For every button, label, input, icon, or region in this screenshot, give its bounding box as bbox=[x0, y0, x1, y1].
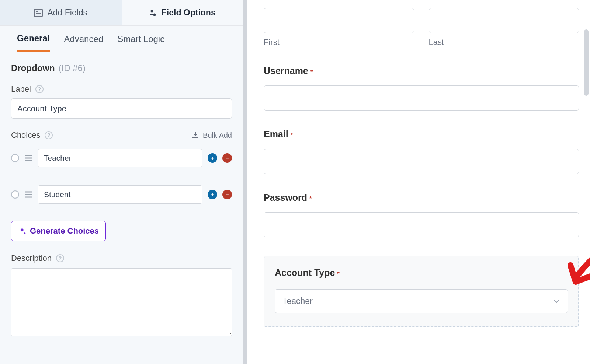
top-tabs: Add Fields Field Options bbox=[0, 0, 243, 26]
sliders-icon bbox=[149, 9, 157, 17]
email-label: Email bbox=[264, 129, 288, 139]
drag-handle-icon[interactable] bbox=[24, 154, 32, 162]
account-type-field-selected[interactable]: Account Type* Teacher bbox=[264, 256, 579, 327]
add-choice-button[interactable]: ＋ bbox=[208, 190, 217, 199]
password-field: Password* bbox=[264, 192, 590, 237]
select-value: Teacher bbox=[282, 296, 313, 306]
default-radio[interactable] bbox=[11, 190, 19, 199]
first-name-input[interactable] bbox=[264, 8, 414, 33]
last-sublabel: Last bbox=[429, 38, 579, 47]
required-asterisk: * bbox=[310, 69, 313, 75]
label-heading: Label bbox=[11, 84, 31, 94]
builder-sidebar: Add Fields Field Options General Advance… bbox=[0, 0, 247, 364]
svg-point-7 bbox=[153, 14, 155, 15]
bulk-add-button[interactable]: Bulk Add bbox=[192, 131, 232, 140]
options-panel: Dropdown (ID #6) Label ? Choices ? Bulk … bbox=[0, 52, 243, 364]
choice-input[interactable] bbox=[38, 185, 202, 204]
subtab-advanced[interactable]: Advanced bbox=[64, 34, 103, 51]
password-label: Password bbox=[264, 192, 307, 203]
username-label: Username bbox=[264, 66, 308, 76]
help-icon[interactable]: ? bbox=[56, 254, 64, 262]
required-asterisk: * bbox=[337, 271, 339, 277]
subtab-smart-logic[interactable]: Smart Logic bbox=[117, 34, 164, 51]
tab-label: Field Options bbox=[162, 8, 216, 18]
form-icon bbox=[34, 9, 43, 17]
help-icon[interactable]: ? bbox=[35, 85, 44, 93]
password-input[interactable] bbox=[264, 212, 579, 237]
subtab-general[interactable]: General bbox=[17, 33, 50, 52]
tab-label: Add Fields bbox=[47, 8, 87, 18]
email-field: Email* bbox=[264, 129, 590, 174]
help-icon[interactable]: ? bbox=[45, 131, 53, 139]
scrollbar[interactable] bbox=[583, 0, 589, 364]
username-field: Username* bbox=[264, 66, 590, 111]
download-icon bbox=[192, 132, 199, 139]
chevron-down-icon bbox=[553, 298, 560, 305]
svg-point-5 bbox=[151, 10, 153, 12]
drag-handle-icon[interactable] bbox=[24, 191, 32, 198]
scrollbar-thumb[interactable] bbox=[584, 29, 589, 96]
choice-input[interactable] bbox=[38, 149, 202, 167]
label-input[interactable] bbox=[11, 98, 232, 119]
tab-add-fields[interactable]: Add Fields bbox=[0, 0, 122, 26]
last-name-input[interactable] bbox=[429, 8, 579, 33]
choice-row: ＋ － bbox=[11, 176, 232, 213]
required-asterisk: * bbox=[309, 196, 312, 202]
first-sublabel: First bbox=[264, 38, 414, 47]
sub-tabs: General Advanced Smart Logic bbox=[0, 26, 243, 52]
field-type: Dropdown bbox=[11, 63, 55, 73]
choices-heading: Choices bbox=[11, 130, 40, 140]
account-type-select[interactable]: Teacher bbox=[275, 289, 568, 313]
required-asterisk: * bbox=[291, 132, 293, 139]
generate-choices-button[interactable]: Generate Choices bbox=[11, 221, 106, 241]
add-choice-button[interactable]: ＋ bbox=[208, 153, 217, 163]
account-type-label: Account Type bbox=[275, 267, 335, 278]
description-heading: Description bbox=[11, 253, 52, 263]
remove-choice-button[interactable]: － bbox=[222, 190, 232, 199]
description-input[interactable] bbox=[11, 268, 232, 336]
sparkle-icon bbox=[18, 227, 26, 235]
choice-row: ＋ － bbox=[11, 140, 232, 176]
form-preview: First Last Username* Email* Password* Ac… bbox=[247, 0, 590, 364]
remove-choice-button[interactable]: － bbox=[222, 153, 232, 163]
bulk-add-label: Bulk Add bbox=[203, 131, 232, 140]
tab-field-options[interactable]: Field Options bbox=[122, 0, 243, 26]
generate-choices-label: Generate Choices bbox=[30, 226, 99, 236]
default-radio[interactable] bbox=[11, 154, 19, 162]
field-id: (ID #6) bbox=[59, 63, 86, 73]
email-input[interactable] bbox=[264, 149, 579, 174]
username-input[interactable] bbox=[264, 85, 579, 111]
